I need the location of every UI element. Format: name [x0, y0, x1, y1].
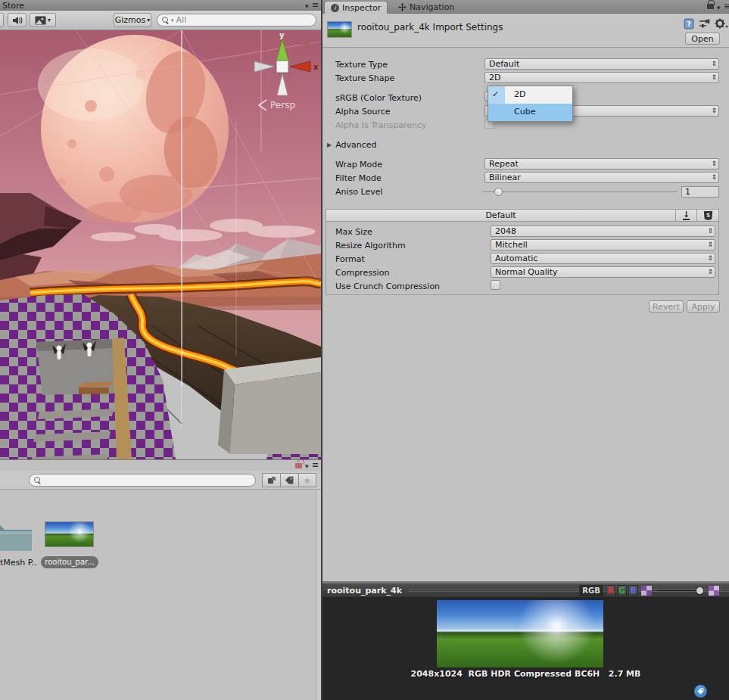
label-icon	[285, 475, 294, 485]
format-dropdown[interactable]: Automatic ⇕	[491, 253, 715, 264]
channel-b-button[interactable]: B	[628, 585, 638, 596]
updown-arrows-icon: ⇕	[711, 173, 717, 182]
scene-toolbar: ▾ Gizmos ▾ ▾	[0, 11, 321, 30]
asset-bundle-tag-button[interactable]	[694, 685, 707, 698]
import-settings-title: rooitou_park_4k Import Settings	[357, 22, 503, 33]
updown-arrows-icon: ⇕	[711, 59, 717, 69]
scene-concrete-block	[218, 357, 321, 454]
preview-title: rooitou_park_4k	[327, 586, 402, 596]
download-icon: ↓	[683, 210, 690, 220]
scene-viewport[interactable]: y x Persp	[0, 30, 321, 459]
tab-navigation[interactable]: Navigation	[394, 0, 459, 14]
tab-asset-store[interactable]: Store	[2, 1, 24, 11]
inspector-dropdown-icon[interactable]: ▾	[717, 4, 721, 11]
dropdown-arrow-icon: ▾	[147, 17, 150, 23]
channel-g-button[interactable]: G	[617, 585, 627, 596]
shape-option-2d[interactable]: ✓ 2D	[488, 86, 572, 104]
mip-slider-track[interactable]	[657, 590, 699, 591]
svg-text:5: 5	[706, 212, 709, 219]
import-settings-header: rooitou_park_4k Import Settings ? Open	[322, 14, 729, 48]
open-button[interactable]: Open	[685, 33, 720, 45]
presets-icon[interactable]	[699, 19, 710, 29]
filter-mode-label: Filter Mode	[335, 173, 382, 183]
scene-search-input[interactable]	[176, 15, 311, 25]
panel-menu-icon[interactable]: ≡	[312, 2, 319, 9]
platform-bar: Default ↓ 5	[326, 209, 719, 222]
inspector-lock-icon[interactable]	[707, 4, 714, 9]
tag-icon	[697, 688, 704, 695]
project-scrollbar[interactable]	[316, 490, 321, 700]
aniso-slider-handle[interactable]	[494, 188, 503, 196]
apply-button[interactable]: Apply	[687, 300, 720, 313]
preview-body[interactable]: 2048x1024 RGB HDR Compressed BC6H 2.7 MB	[322, 598, 729, 700]
search-by-label-button[interactable]	[280, 473, 298, 487]
scene-tabstrip: Store ▾ ≡	[0, 0, 321, 11]
search-by-type-icon	[267, 476, 276, 485]
star-icon: ★	[304, 475, 312, 486]
gizmo-center-cube[interactable]	[276, 61, 288, 73]
info-icon: i	[331, 4, 339, 12]
scene-search-field[interactable]: ▾	[157, 14, 316, 26]
texture-shape-dropdown[interactable]: 2D ⇕	[484, 72, 719, 83]
preview-header: rooitou_park_4k RGB R G B	[322, 583, 729, 598]
updown-arrows-icon: ⇕	[711, 106, 717, 116]
check-icon: ✓	[492, 89, 499, 99]
updown-arrows-icon: ⇕	[711, 73, 717, 82]
project-menu-icon[interactable]: ≡	[312, 462, 319, 469]
clipped-toolbar-button[interactable]	[0, 13, 4, 27]
revert-button[interactable]: Revert	[649, 300, 684, 313]
texture-type-label: Texture Type	[335, 60, 388, 70]
scene-effects-button[interactable]: ▾	[30, 13, 56, 27]
gear-icon[interactable]	[715, 18, 728, 30]
aniso-slider-track[interactable]	[482, 191, 678, 192]
resize-algorithm-label: Resize Algorithm	[335, 241, 406, 250]
asset-thumbnail[interactable]	[45, 521, 94, 547]
channel-rgb-button[interactable]: RGB	[579, 585, 603, 596]
favorites-button[interactable]: ★	[298, 473, 316, 487]
project-lock-icon[interactable]	[295, 463, 302, 468]
dropdown-arrow-icon: ▾	[48, 17, 51, 23]
project-dropdown-icon[interactable]: ▾	[305, 462, 309, 470]
resize-algorithm-dropdown[interactable]: Mitchell ⇕	[491, 239, 715, 250]
search-icon	[162, 17, 169, 24]
platform-tab-default[interactable]: Default	[326, 209, 676, 222]
image-icon	[35, 16, 46, 25]
search-filter-arrow-icon: ▾	[171, 17, 174, 23]
max-size-dropdown[interactable]: 2048 ⇕	[491, 226, 715, 237]
folder-label[interactable]: tMesh P...	[0, 558, 36, 568]
platform-download-button[interactable]: ↓	[676, 209, 697, 222]
channel-r-button[interactable]: R	[606, 585, 615, 596]
persp-label[interactable]: Persp	[270, 100, 295, 110]
compression-label: Compression	[335, 268, 389, 278]
mip-checker-icon[interactable]	[641, 586, 652, 596]
shape-option-cube[interactable]: Cube	[488, 104, 572, 121]
search-by-type-button[interactable]	[262, 473, 280, 487]
inspector-menu-icon[interactable]: ≡	[724, 3, 729, 11]
wrap-mode-dropdown[interactable]: Repeat ⇕	[484, 158, 719, 170]
aniso-value-field[interactable]: 1	[681, 186, 719, 198]
project-toolbar: ★	[0, 471, 321, 490]
texture-shape-label: Texture Shape	[335, 73, 394, 83]
preview-panorama-image	[437, 600, 603, 667]
project-content[interactable]: tMesh P... rooitou_par...	[0, 490, 321, 700]
crunch-checkbox[interactable]	[491, 280, 500, 290]
mip-checker-icon-right[interactable]	[709, 586, 719, 596]
asset-label-selected[interactable]: rooitou_par...	[41, 556, 98, 568]
project-search-field[interactable]	[29, 474, 256, 487]
project-search-input[interactable]	[44, 475, 251, 485]
help-icon[interactable]: ?	[684, 18, 694, 30]
platform-webgl-button[interactable]: 5	[697, 209, 719, 222]
folder-icon[interactable]	[0, 519, 33, 552]
gizmos-dropdown[interactable]: Gizmos ▾	[114, 13, 151, 27]
filter-mode-dropdown[interactable]: Bilinear ⇕	[484, 172, 719, 183]
mip-slider-handle[interactable]	[696, 586, 704, 595]
html5-shield-icon: 5	[703, 210, 713, 221]
tab-inspector[interactable]: i Inspector	[324, 1, 388, 14]
compression-dropdown[interactable]: Normal Quality ⇕	[491, 266, 715, 278]
advanced-foldout[interactable]: ▶ Advanced	[327, 140, 377, 150]
panel-dropdown-icon[interactable]: ▾	[305, 2, 309, 10]
axis-x-label: x	[313, 63, 319, 71]
texture-type-dropdown[interactable]: Default ⇕	[484, 58, 719, 70]
crunch-label: Use Crunch Compression	[335, 282, 440, 291]
scene-audio-button[interactable]	[8, 13, 26, 27]
